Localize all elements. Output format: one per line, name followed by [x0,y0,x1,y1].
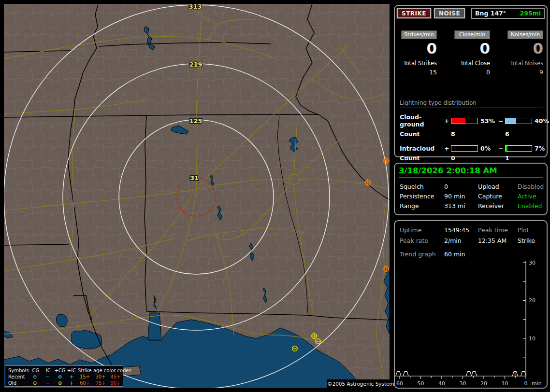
app-window: 313 219 125 31 Symbols -CG -IC +CG +IC S… [0,0,550,392]
peak-rate-label: Peak rate [400,236,444,246]
bearing-label: Bng 147° [475,10,506,17]
ic-minus-pct: 7% [532,145,550,152]
neg-ic-old-icon: − [41,380,54,386]
plus-sign: + [444,145,451,152]
intracloud-label: Intracloud [400,145,444,152]
age-15: 15+ [77,374,93,380]
total-close-label: Total Close [454,60,490,67]
peak-time-label: Peak time [478,225,518,236]
trend-graph-value: 60 min [444,249,465,260]
capture-status: Active [518,192,544,201]
map-canvas: 313 219 125 31 [4,4,390,388]
trend-peak [403,372,408,376]
x-tick-label: 0 [524,380,528,387]
rate-counters: Strikes/min 0 Total Strikes 15 Close/min… [401,30,543,76]
total-strikes-label: Total Strikes [401,60,437,67]
y-tick-label: 20 [529,297,536,304]
persistence-value: 90 min [444,192,478,201]
age-30: 30+ [93,374,108,380]
upload-status: Disabled [518,182,544,192]
pos-ic-recent-icon: + [66,374,77,380]
strike-button[interactable]: STRIKE [397,8,431,18]
panel-counters: STRIKE NOISE Bng 147° 295mi Strikes/min … [394,5,548,157]
ring-label-313: 313 [188,4,202,10]
age-45: 45+ [108,374,123,380]
receiver-status: Enabled [518,201,544,211]
panel-trend: Uptime 1549:45 Peak time Plot Peak rate … [394,220,548,389]
intracloud-count-row: Count 0 1 [400,154,543,162]
ring-label-125: 125 [189,117,202,125]
legend-recent-label: Recent [8,374,29,380]
trend-peak [521,372,526,376]
legend-old-label: Old [8,380,29,386]
ic-minus-bar [505,145,532,152]
age-75: 75+ [93,380,108,386]
close-per-min-header: Close/min [454,30,490,39]
ring-label-219: 219 [189,61,202,68]
trend-axes [395,261,526,376]
x-tick-label: 60 [396,380,403,387]
trend-peak [471,372,477,376]
noises-per-min-value: 0 [507,40,543,56]
noise-button[interactable]: NOISE [434,8,465,18]
cloud-ground-count-row: Count 8 6 [400,130,543,138]
datetime-display: 3/18/2026 2:00:18 AM [399,166,543,178]
lightning-distribution: Lightning type distribution Cloud-ground… [400,99,543,162]
total-strikes-value: 15 [401,69,437,76]
map-area[interactable]: 313 219 125 31 Symbols -CG -IC +CG +IC S… [4,4,390,388]
panel-status: 3/18/2026 2:00:18 AM Squelch 0 Upload Di… [394,163,548,215]
legend-old-row: Old ⊖ − ⊕ + 60+ 75+ 90+ [8,380,121,386]
trend-graph-label: Trend graph [400,249,444,260]
legend-col-neg-cg: -CG [29,367,41,374]
uptime-value: 1549:45 [444,225,478,236]
bearing-range: 295mi [520,10,541,17]
neg-ic-recent-icon: − [41,374,54,380]
minus-sign: − [498,145,505,152]
persistence-label: Persistence [400,192,444,201]
ring-label-31: 31 [190,174,199,182]
strikes-column: Strikes/min 0 Total Strikes 15 [401,30,437,76]
upload-label: Upload [478,182,518,192]
neg-cg-recent-icon: ⊖ [29,374,41,380]
x-tick-label: 50 [418,380,424,387]
cloud-ground-label: Cloud-ground [400,113,444,128]
bearing-display: Bng 147° 295mi [471,8,545,19]
uptime-label: Uptime [400,225,444,236]
strikes-per-min-value: 0 [401,40,437,56]
ic-plus-pct: 0% [478,145,498,152]
copyright-bar: ©2005 Astrogenic Systems [327,379,390,388]
noises-per-min-header: Noises/min [507,30,543,39]
cg-minus-count: 6 [505,130,532,138]
peak-rate-value: 2/min [444,236,478,246]
range-label: Range [400,201,444,211]
noises-column: Noises/min 0 Total Noises 9 [507,30,543,76]
legend-recent-row: Recent ⊖ − ⊕ + 15+ 30+ 45+ [8,374,121,380]
x-tick-label: 20 [480,380,487,387]
cg-minus-bar [505,118,532,124]
trend-info-grid: Uptime 1549:45 Peak time Plot Peak rate … [400,225,544,246]
status-grid: Squelch 0 Upload Disabled Persistence 90… [400,182,544,211]
x-unit-label: min [532,380,542,387]
legend-col-neg-ic: -IC [41,367,54,374]
peak-time-value: 12:35 AM [478,236,518,246]
range-value: 313 mi [444,201,478,211]
total-noises-label: Total Noises [507,60,543,67]
capture-label: Capture [478,192,518,201]
pos-cg-old-icon: ⊕ [54,380,66,386]
legend-symbols-header: Symbols [8,367,29,374]
plot-value: Strike [518,236,544,246]
count-label: Count [400,130,444,138]
ic-minus-bar-fill [506,146,507,151]
age-60: 60+ [77,380,93,386]
legend-age-header: Strike age color codes [77,367,123,374]
x-tick-label: 30 [460,380,466,387]
trend-peak [466,372,472,376]
cg-plus-bar-fill [451,118,465,124]
legend-col-pos-ic: +IC [66,367,77,374]
cg-minus-pct: 40% [532,117,550,125]
plot-label: Plot [518,225,544,236]
close-column: Close/min 0 Total Close 0 [454,30,490,76]
trend-graph-row: Trend graph 60 min [400,249,465,260]
x-tick-label: 40 [438,380,445,387]
strikes-per-min-header: Strikes/min [401,30,437,39]
